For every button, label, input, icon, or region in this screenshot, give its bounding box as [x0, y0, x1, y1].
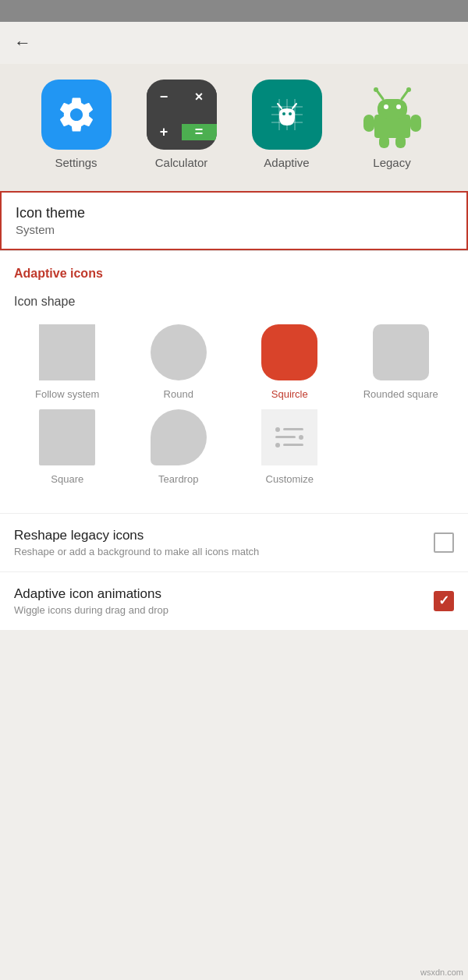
shape-teardrop[interactable]: Teardrop [126, 409, 232, 486]
settings-icon [41, 80, 112, 150]
reshape-legacy-row[interactable]: Reshape legacy icons Reshape or add a ba… [0, 513, 468, 571]
reshape-legacy-text: Reshape legacy icons Reshape or add a ba… [14, 528, 426, 557]
shape-preview-teardrop [151, 409, 207, 465]
back-button[interactable]: ← [14, 33, 31, 53]
shape-preview-square [39, 409, 95, 465]
watermark: wsxdn.com [420, 968, 463, 977]
shape-label-rounded-square: Rounded square [363, 388, 438, 402]
app-preview-adaptive: Adaptive [252, 80, 322, 169]
svg-point-8 [282, 112, 285, 115]
svg-point-15 [406, 87, 411, 92]
svg-point-16 [384, 104, 388, 109]
shape-follow-system[interactable]: Follow system [14, 324, 121, 402]
shape-preview-customize [261, 409, 317, 465]
app-label-adaptive: Adaptive [264, 156, 309, 169]
shape-round[interactable]: Round [126, 324, 232, 402]
shape-squircle[interactable]: Squircle [236, 324, 343, 402]
app-preview-calculator: − × + = Calculator [147, 80, 217, 169]
adaptive-icons-title: Adaptive icons [14, 267, 454, 281]
shape-preview-follow-system [39, 324, 95, 380]
app-label-legacy: Legacy [373, 156, 410, 169]
top-nav: ← [0, 22, 468, 64]
calculator-icon: − × + = [147, 80, 217, 150]
calc-minus: − [147, 89, 182, 105]
adaptive-animations-text: Adaptive icon animations Wiggle icons du… [14, 586, 426, 616]
shape-grid-row1: Follow system Round Squircle Rounded squ… [14, 324, 454, 402]
calc-plus: + [147, 124, 182, 140]
svg-line-12 [377, 90, 383, 99]
shape-label-follow-system: Follow system [35, 388, 99, 402]
svg-rect-18 [363, 115, 374, 132]
reshape-legacy-checkbox[interactable] [434, 532, 454, 553]
shape-customize[interactable]: Customize [236, 409, 343, 486]
adaptive-icons-section: Adaptive icons Icon shape Follow system … [0, 251, 468, 513]
shape-preview-squircle [261, 324, 317, 380]
icon-theme-subtitle: System [16, 223, 452, 236]
app-preview-settings: Settings [41, 80, 112, 169]
svg-rect-11 [378, 99, 407, 119]
svg-point-9 [289, 112, 292, 115]
svg-point-17 [396, 104, 401, 109]
calc-equals: = [182, 124, 217, 140]
svg-rect-20 [379, 136, 389, 148]
adaptive-animations-title: Adaptive icon animations [14, 586, 426, 602]
shape-grid-row2: Square Teardrop Customize [14, 409, 454, 486]
svg-line-14 [402, 90, 408, 99]
icon-theme-title: Icon theme [16, 205, 452, 221]
icon-theme-row[interactable]: Icon theme System [0, 191, 468, 250]
status-bar [0, 0, 468, 22]
shape-label-teardrop: Teardrop [158, 473, 198, 486]
shape-rounded-square[interactable]: Rounded square [348, 324, 455, 402]
svg-point-13 [374, 87, 378, 92]
legacy-icon [357, 80, 427, 150]
preview-area: Settings − × + = Calculator [0, 64, 468, 191]
adaptive-animations-row[interactable]: Adaptive icon animations Wiggle icons du… [0, 571, 468, 630]
app-preview-legacy: Legacy [357, 80, 427, 169]
shape-label-square: Square [51, 473, 83, 486]
shape-label-squircle: Squircle [271, 388, 308, 402]
svg-rect-19 [410, 115, 421, 132]
app-label-settings: Settings [55, 156, 97, 169]
shape-label-round: Round [164, 388, 193, 402]
icon-shape-label: Icon shape [14, 295, 454, 309]
reshape-legacy-subtitle: Reshape or add a background to make all … [14, 546, 426, 557]
svg-rect-21 [395, 136, 406, 148]
calc-multiply: × [182, 89, 217, 105]
adaptive-icon [252, 80, 322, 150]
adaptive-animations-checkbox[interactable] [434, 591, 454, 611]
shape-label-customize: Customize [266, 473, 314, 486]
adaptive-animations-subtitle: Wiggle icons during drag and drop [14, 604, 426, 616]
app-label-calculator: Calculator [155, 156, 208, 169]
shape-preview-rounded-square [373, 324, 429, 380]
reshape-legacy-title: Reshape legacy icons [14, 528, 426, 543]
shape-square[interactable]: Square [14, 409, 121, 486]
shape-preview-round [151, 324, 207, 380]
